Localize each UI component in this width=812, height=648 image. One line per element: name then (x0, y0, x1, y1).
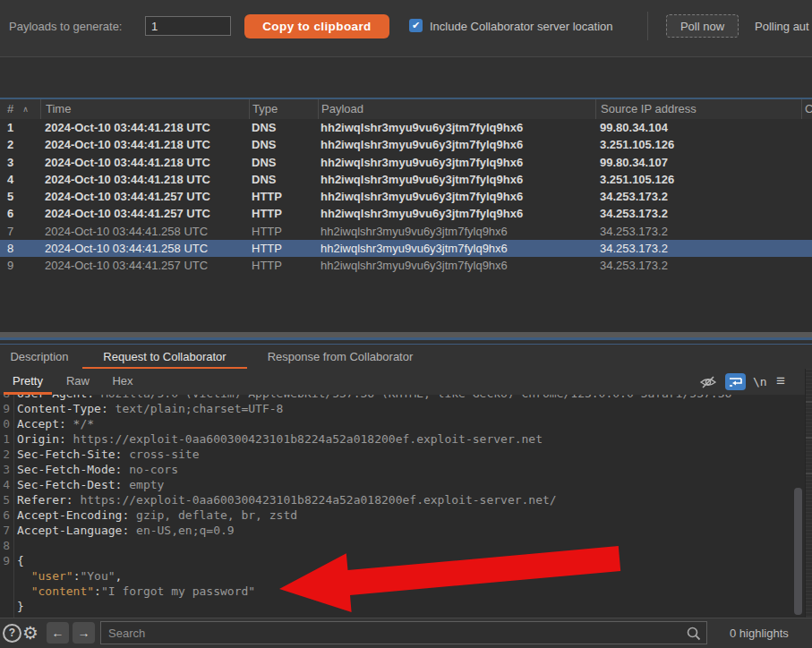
cell-time: 2024-Oct-10 03:44:41.257 UTC (40, 205, 249, 222)
cell-payload: hh2iwqlshr3myu9vu6y3jtm7fylq9hx6 (318, 205, 595, 222)
include-location-checkbox[interactable]: ✔ (409, 19, 423, 32)
copy-to-clipboard-button[interactable]: Copy to clipboard (244, 14, 389, 38)
editor-line: 1Origin: https://exploit-0aa600300423101… (0, 432, 805, 448)
line-number: 9 (0, 554, 10, 567)
editor-line: 7Accept-Language: en-US,en;q=0.9 (0, 524, 805, 539)
table-row[interactable]: 62024-Oct-10 03:44:41.257 UTCHTTPhh2iwql… (0, 205, 812, 222)
cell-ip: 99.80.34.107 (595, 154, 801, 171)
cell-time: 2024-Oct-10 03:44:41.218 UTC (40, 171, 249, 188)
cell-comment (801, 257, 812, 274)
cell-ip: 34.253.173.2 (595, 188, 801, 205)
cell-type: DNS (249, 171, 318, 188)
tab-description[interactable]: Description (0, 345, 79, 370)
cell-type: HTTP (249, 240, 318, 257)
line-number: 4 (0, 478, 10, 491)
cell-payload: hh2iwqlshr3myu9vu6y3jtm7fylq9hx6 (318, 223, 595, 240)
cell-id: 4 (0, 171, 40, 188)
cell-id: 2 (0, 136, 40, 153)
cell-ip: 99.80.34.104 (595, 119, 801, 136)
editor-line: 6Accept-Encoding: gzip, deflate, br, zst… (0, 508, 805, 524)
table-row[interactable]: 52024-Oct-10 03:44:41.257 UTCHTTPhh2iwql… (0, 188, 812, 205)
hide-nonprinting-icon[interactable] (699, 375, 717, 392)
tab-hex[interactable]: Hex (100, 369, 145, 394)
table-row[interactable]: 22024-Oct-10 03:44:41.218 UTCDNShh2iwqls… (0, 136, 812, 153)
cell-ip: 34.253.173.2 (595, 257, 801, 274)
column-header-time[interactable]: Time (40, 99, 249, 121)
line-number: 8 (0, 539, 10, 552)
request-editor[interactable]: 8User-Agent: Mozilla/5.0 (Victim) AppleW… (0, 395, 805, 618)
previous-match-button[interactable]: ← (47, 622, 69, 644)
cell-type: DNS (249, 154, 318, 171)
cell-time: 2024-Oct-10 03:44:41.218 UTC (40, 154, 249, 171)
next-match-button[interactable]: → (73, 622, 95, 644)
check-icon: ✔ (412, 20, 420, 30)
table-row[interactable]: 42024-Oct-10 03:44:41.218 UTCDNShh2iwqls… (0, 171, 812, 188)
line-number: 5 (0, 493, 10, 507)
search-input-wrap (100, 621, 707, 644)
newline-icon[interactable]: \n (753, 373, 767, 390)
line-number: 2 (0, 448, 10, 461)
cell-payload: hh2iwqlshr3myu9vu6y3jtm7fylq9hx6 (318, 257, 595, 274)
column-header-number[interactable]: #∧ (0, 99, 40, 121)
cell-payload: hh2iwqlshr3myu9vu6y3jtm7fylq9hx6 (318, 240, 595, 257)
cell-time: 2024-Oct-10 03:44:41.258 UTC (40, 240, 249, 257)
payloads-count-input[interactable] (145, 16, 231, 36)
cell-id: 9 (0, 257, 40, 274)
gear-icon[interactable]: ⚙ (22, 620, 38, 645)
table-row[interactable]: 92024-Oct-10 03:44:41.257 UTCHTTPhh2iwql… (0, 257, 812, 274)
soft-wrap-icon[interactable] (725, 373, 746, 390)
tab-pretty[interactable]: Pretty (0, 369, 56, 394)
cell-type: DNS (249, 136, 318, 153)
inspector-collapsed-strip[interactable] (805, 369, 812, 648)
search-icon (686, 626, 702, 644)
strip-divider (806, 473, 812, 474)
table-row[interactable]: 12024-Oct-10 03:44:41.218 UTCDNShh2iwqls… (0, 119, 812, 136)
column-header-comment[interactable]: C (801, 99, 812, 121)
editor-line: "user":"You", (0, 569, 805, 584)
column-header-type[interactable]: Type (249, 99, 318, 121)
editor-search-bar: ? ⚙ ← → 0 highlights (0, 618, 812, 648)
tab-request-to-collaborator[interactable]: Request to Collaborator (79, 345, 251, 370)
editor-line: 0Accept: */* (0, 417, 805, 432)
message-tab-bar: Description Request to Collaborator Resp… (0, 344, 812, 371)
cell-comment (801, 188, 812, 205)
toolbar-divider (647, 12, 648, 40)
line-number: 7 (0, 524, 10, 537)
cell-payload: hh2iwqlshr3myu9vu6y3jtm7fylq9hx6 (318, 171, 595, 188)
cell-ip: 34.253.173.2 (595, 205, 801, 222)
cell-ip: 3.251.105.126 (595, 136, 801, 153)
table-row[interactable]: 32024-Oct-10 03:44:41.218 UTCDNShh2iwqls… (0, 154, 812, 171)
collaborator-toolbar: Payloads to generate: Copy to clipboard … (0, 0, 812, 57)
table-row[interactable]: 72024-Oct-10 03:44:41.258 UTCHTTPhh2iwql… (0, 223, 812, 240)
editor-scrollbar[interactable] (794, 488, 802, 615)
cell-ip: 34.253.173.2 (595, 223, 801, 240)
tab-response-from-collaborator[interactable]: Response from Collaborator (251, 345, 430, 370)
sort-asc-icon: ∧ (22, 105, 29, 114)
cell-payload: hh2iwqlshr3myu9vu6y3jtm7fylq9hx6 (318, 119, 595, 136)
search-input[interactable] (101, 622, 696, 644)
tab-raw[interactable]: Raw (56, 369, 100, 394)
column-header-payload[interactable]: Payload (318, 99, 595, 121)
editor-lines: 8User-Agent: Mozilla/5.0 (Victim) AppleW… (0, 395, 805, 615)
table-row[interactable]: 82024-Oct-10 03:44:41.258 UTCHTTPhh2iwql… (0, 240, 812, 257)
menu-icon[interactable]: ≡ (776, 371, 785, 392)
cell-payload: hh2iwqlshr3myu9vu6y3jtm7fylq9hx6 (318, 188, 595, 205)
cell-payload: hh2iwqlshr3myu9vu6y3jtm7fylq9hx6 (318, 136, 595, 153)
poll-now-button[interactable]: Poll now (666, 14, 739, 38)
cell-id: 8 (0, 240, 40, 257)
editor-line: 4Sec-Fetch-Dest: empty (0, 478, 805, 493)
cell-type: HTTP (249, 205, 318, 222)
editor-line: 5Referer: https://exploit-0aa60030042310… (0, 493, 805, 508)
line-number: 6 (0, 508, 10, 522)
cell-comment (801, 223, 812, 240)
cell-comment (801, 240, 812, 257)
cell-time: 2024-Oct-10 03:44:41.257 UTC (40, 257, 249, 274)
highlights-count-label: 0 highlights (730, 627, 789, 640)
help-icon[interactable]: ? (3, 624, 21, 643)
cell-type: HTTP (249, 223, 318, 240)
strip-divider (806, 401, 812, 403)
cell-id: 3 (0, 154, 40, 171)
line-number: 0 (0, 417, 10, 431)
results-table-body: 12024-Oct-10 03:44:41.218 UTCDNShh2iwqls… (0, 119, 812, 332)
column-header-source-ip[interactable]: Source IP address (595, 99, 801, 121)
